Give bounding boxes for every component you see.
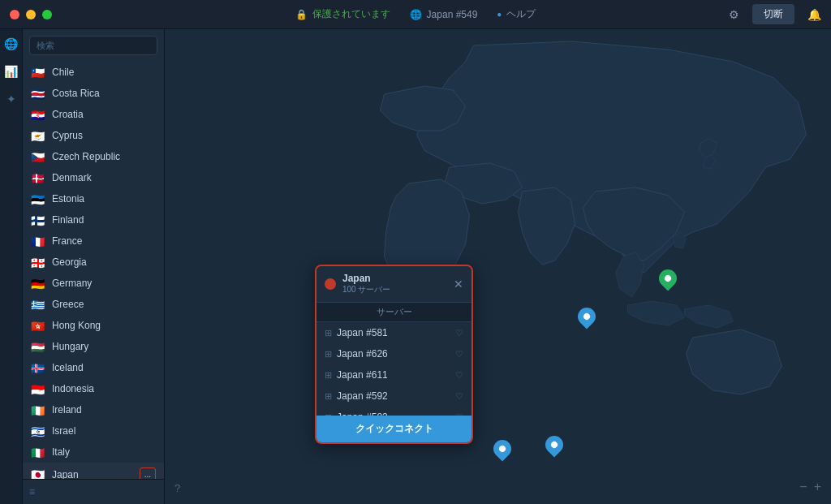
- country-name: Costa Rica: [52, 88, 156, 99]
- favorite-icon[interactable]: ♡: [455, 370, 463, 381]
- main-content: 🌐 📊 ✦ 🇨🇱Chile🇨🇷Costa Rica🇭🇷Croatia🇨🇾Cypr…: [0, 29, 831, 504]
- titlebar-right: ⚙ 切断 🔔: [729, 4, 821, 24]
- country-flag: 🇮🇩: [31, 384, 45, 394]
- country-flag: 🇬🇷: [31, 299, 45, 310]
- country-flag: 🇬🇪: [31, 257, 45, 268]
- search-input[interactable]: [29, 36, 157, 55]
- country-name: Denmark: [52, 172, 156, 183]
- quick-connect-button[interactable]: クイックコネクト: [316, 416, 471, 442]
- zoom-in-button[interactable]: +: [814, 480, 821, 494]
- sidebar-container: 🌐 📊 ✦ 🇨🇱Chile🇨🇷Costa Rica🇭🇷Croatia🇨🇾Cypr…: [0, 29, 165, 504]
- stats-icon[interactable]: 📊: [4, 65, 18, 78]
- country-item[interactable]: 🇫🇮Finland: [23, 209, 164, 230]
- country-item[interactable]: 🇨🇿Czech Republic: [23, 146, 164, 167]
- help-label[interactable]: ● ヘルプ: [497, 7, 536, 21]
- close-button[interactable]: [10, 10, 19, 19]
- country-item[interactable]: 🇮🇹Italy: [23, 442, 164, 463]
- map-zoom-controls: − +: [799, 480, 821, 494]
- country-name: France: [52, 235, 156, 247]
- country-item[interactable]: 🇮🇪Ireland: [23, 399, 164, 420]
- current-server-label: 🌐 Japan #549: [410, 9, 478, 20]
- popup-server-count: 100 サーバー: [342, 284, 447, 295]
- favorite-icon[interactable]: ♡: [455, 391, 463, 402]
- country-name: Czech Republic: [52, 151, 156, 162]
- settings-icon[interactable]: ⚙: [729, 8, 739, 21]
- bell-icon[interactable]: 🔔: [807, 8, 821, 21]
- country-name: Germany: [52, 278, 156, 289]
- popup-close-button[interactable]: ✕: [454, 278, 463, 291]
- favorite-icon[interactable]: ♡: [455, 328, 463, 338]
- country-item[interactable]: 🇫🇷France: [23, 230, 164, 252]
- country-item[interactable]: 🇨🇷Costa Rica: [23, 83, 164, 104]
- country-flag: 🇩🇰: [31, 173, 45, 183]
- country-item[interactable]: 🇯🇵Japan...: [23, 463, 164, 479]
- sparkle-icon[interactable]: ✦: [6, 93, 16, 106]
- country-item[interactable]: 🇭🇰Hong Kong: [23, 315, 164, 336]
- country-flag: 🇪🇪: [31, 194, 45, 205]
- server-item[interactable]: ⊞Japan #581♡: [316, 322, 471, 343]
- country-item[interactable]: 🇭🇷Croatia: [23, 104, 164, 125]
- country-item[interactable]: 🇬🇷Greece: [23, 294, 164, 315]
- country-item[interactable]: 🇬🇪Georgia: [23, 252, 164, 273]
- titlebar-center: 🔒 保護されています 🌐 Japan #549 ● ヘルプ: [295, 7, 536, 21]
- pin-seasia[interactable]: [545, 436, 563, 454]
- server-type-icon: ⊞: [325, 349, 332, 360]
- server-name-label: Japan #581: [337, 327, 450, 338]
- map-area: Japan 100 サーバー ✕ サーバー ⊞Japan #581♡⊞Japan…: [165, 29, 831, 504]
- country-name: Cyprus: [52, 130, 156, 141]
- popup-header: Japan 100 サーバー ✕: [316, 266, 471, 302]
- country-name: Hong Kong: [52, 320, 156, 331]
- world-map: [165, 29, 831, 504]
- menu-icon[interactable]: ≡: [29, 486, 35, 498]
- server-type-icon: ⊞: [325, 391, 332, 402]
- server-item[interactable]: ⊞Japan #611♡: [316, 364, 471, 386]
- country-flag: 🇮🇹: [31, 447, 45, 458]
- pin-japan-selected[interactable]: [659, 269, 677, 287]
- globe-icon[interactable]: 🌐: [4, 37, 18, 50]
- favorite-icon[interactable]: ♡: [455, 349, 463, 360]
- popup-section-label: サーバー: [316, 302, 471, 322]
- server-type-icon: ⊞: [325, 370, 332, 381]
- titlebar: 🔒 保護されています 🌐 Japan #549 ● ヘルプ ⚙ 切断 🔔: [0, 0, 831, 29]
- search-box: [23, 29, 164, 62]
- server-item[interactable]: ⊞Japan #583♡: [316, 407, 471, 416]
- server-popup: Japan 100 サーバー ✕ サーバー ⊞Japan #581♡⊞Japan…: [315, 265, 473, 444]
- country-name: Ireland: [52, 404, 156, 416]
- country-item[interactable]: 🇭🇺Hungary: [23, 336, 164, 357]
- server-item[interactable]: ⊞Japan #592♡: [316, 386, 471, 407]
- server-list: ⊞Japan #581♡⊞Japan #626♡⊞Japan #611♡⊞Jap…: [316, 322, 471, 416]
- country-item[interactable]: 🇨🇾Cyprus: [23, 125, 164, 146]
- country-item[interactable]: 🇪🇪Estonia: [23, 188, 164, 209]
- country-flag: 🇨🇱: [31, 67, 45, 78]
- pin-japan-2[interactable]: [578, 308, 596, 325]
- country-flag: 🇨🇷: [31, 88, 45, 99]
- country-item[interactable]: 🇮🇸Iceland: [23, 357, 164, 378]
- country-name: Israel: [52, 425, 156, 437]
- sidebar: 🇨🇱Chile🇨🇷Costa Rica🇭🇷Croatia🇨🇾Cyprus🇨🇿Cz…: [23, 29, 165, 504]
- country-flag: 🇨🇾: [31, 131, 45, 141]
- disconnect-button[interactable]: 切断: [752, 4, 794, 24]
- country-name: Indonesia: [52, 383, 156, 394]
- server-item[interactable]: ⊞Japan #626♡: [316, 343, 471, 364]
- country-name: Japan: [52, 469, 133, 480]
- country-item[interactable]: 🇩🇪Germany: [23, 273, 164, 294]
- country-more-button[interactable]: ...: [140, 467, 156, 479]
- country-flag: 🇮🇱: [31, 426, 45, 437]
- country-item[interactable]: 🇩🇰Denmark: [23, 167, 164, 188]
- country-flag: 🇫🇷: [31, 236, 45, 247]
- minimize-button[interactable]: [26, 10, 36, 19]
- maximize-button[interactable]: [42, 10, 52, 19]
- country-item[interactable]: 🇮🇩Indonesia: [23, 378, 164, 399]
- server-name-label: Japan #626: [337, 348, 450, 360]
- country-item[interactable]: 🇨🇱Chile: [23, 62, 164, 83]
- country-flag: 🇭🇷: [31, 110, 45, 120]
- pin-philippines[interactable]: [493, 440, 511, 458]
- server-name-label: Japan #592: [337, 390, 450, 402]
- map-help-icon[interactable]: ?: [174, 482, 180, 494]
- server-name-label: Japan #611: [337, 369, 450, 381]
- country-name: Estonia: [52, 193, 156, 205]
- country-name: Croatia: [52, 109, 156, 120]
- country-flag: 🇯🇵: [31, 469, 45, 479]
- country-item[interactable]: 🇮🇱Israel: [23, 420, 164, 442]
- zoom-out-button[interactable]: −: [799, 480, 807, 494]
